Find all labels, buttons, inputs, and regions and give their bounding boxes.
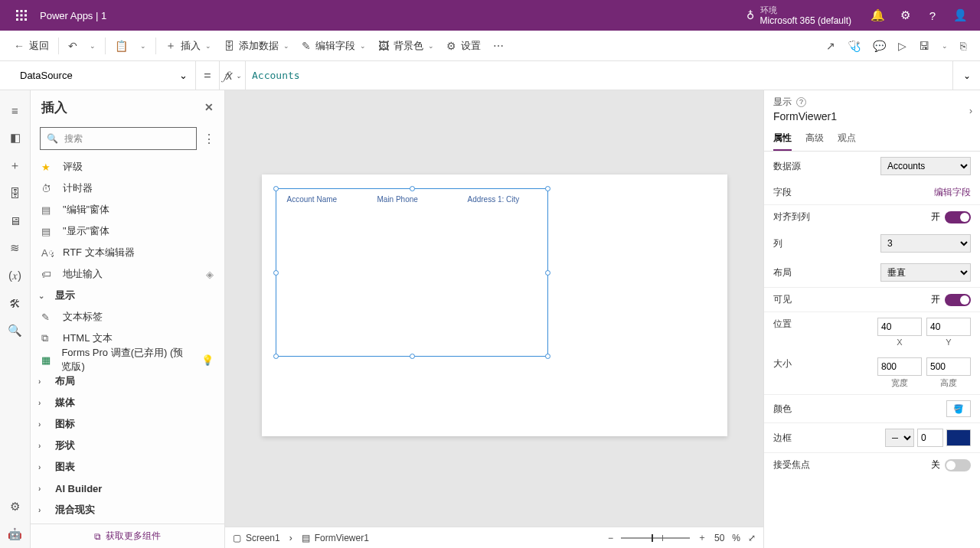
insert-group-media[interactable]: ›媒体 — [31, 392, 224, 413]
form-viewer-control[interactable]: Account Name Main Phone Address 1: City — [276, 188, 548, 357]
breadcrumb-control[interactable]: ▤FormViewer1 — [302, 533, 369, 543]
zoom-out-icon[interactable]: − — [608, 533, 613, 543]
insert-item-displayform[interactable]: ▤"显示"窗体 — [31, 220, 224, 242]
paste-button[interactable]: 📋 — [109, 31, 134, 60]
resize-handle[interactable] — [273, 186, 279, 191]
rail-tools-icon[interactable]: 🛠 — [0, 289, 31, 317]
edit-fields-button[interactable]: ✎编辑字段⌄ — [296, 31, 372, 60]
color-picker[interactable]: 🪣 — [946, 400, 971, 417]
share-button[interactable]: ↗ — [820, 31, 841, 60]
save-button[interactable]: 🖫 — [913, 31, 936, 60]
zoom-in-icon[interactable]: ＋ — [697, 531, 707, 544]
checker-button[interactable]: 🩺 — [841, 31, 867, 60]
resize-handle[interactable] — [273, 270, 279, 276]
add-data-button[interactable]: 🗄添加数据⌄ — [217, 31, 296, 60]
insert-button[interactable]: ＋插入⌄ — [159, 31, 217, 60]
formula-input[interactable]: Accounts — [245, 61, 952, 90]
publish-button[interactable]: ⎘ — [954, 31, 972, 60]
prop-cols-select[interactable]: 3 — [880, 234, 971, 253]
insert-item-address[interactable]: 🏷地址输入◈ — [31, 263, 224, 285]
focus-toggle[interactable] — [945, 459, 971, 471]
insert-group-icons[interactable]: ›图标 — [31, 413, 224, 435]
expand-formula-icon[interactable]: ⌄ — [952, 61, 980, 90]
insert-item-timer[interactable]: ⏱计时器 — [31, 178, 224, 199]
insert-item-formspro[interactable]: ▦Forms Pro 调查(已弃用) (预览版)💡 — [31, 349, 224, 370]
tab-advanced[interactable]: 高级 — [805, 127, 824, 151]
edit-fields-link[interactable]: 编辑字段 — [934, 186, 971, 199]
insert-search-input[interactable]: 🔍 搜索 — [40, 127, 197, 150]
info-icon[interactable]: ? — [796, 97, 806, 107]
account-icon[interactable]: 👤 — [946, 0, 974, 31]
insert-item-editform[interactable]: ▤"编辑"窗体 — [31, 199, 224, 220]
preview-button[interactable]: ▷ — [892, 31, 913, 60]
insert-group-display[interactable]: ⌄显示 — [31, 285, 224, 306]
tab-properties[interactable]: 属性 — [773, 127, 792, 151]
undo-button[interactable]: ↶ — [62, 31, 83, 60]
insert-group-charts[interactable]: ›图表 — [31, 456, 224, 478]
insert-group-aibuilder[interactable]: ›AI Builder — [31, 478, 224, 499]
plus-icon: ＋ — [165, 39, 176, 53]
breadcrumb-screen[interactable]: ▢Screen1 — [233, 533, 280, 543]
resize-handle[interactable] — [273, 354, 279, 359]
close-icon[interactable]: ✕ — [204, 101, 214, 113]
insert-item-label[interactable]: ✎文本标签 — [31, 306, 224, 328]
prop-layout-select[interactable]: 垂直 — [880, 263, 971, 282]
back-button[interactable]: ←返回 — [8, 31, 55, 60]
resize-handle[interactable] — [410, 186, 415, 191]
rail-insert-icon[interactable]: ＋ — [0, 152, 31, 179]
prop-datasource-select[interactable]: Accounts — [880, 157, 971, 175]
more-options-icon[interactable]: ⋮ — [203, 132, 215, 146]
rail-layers-icon[interactable]: ◧ — [0, 124, 31, 152]
paste-menu[interactable]: ⌄ — [134, 31, 152, 60]
resize-handle[interactable] — [545, 186, 550, 191]
height-input[interactable] — [926, 357, 971, 376]
rail-virtual-agent-icon[interactable]: 🤖 — [0, 520, 31, 548]
insert-group-shapes[interactable]: ›形状 — [31, 435, 224, 456]
timer-icon: ⏱ — [41, 183, 54, 194]
insert-group-layout[interactable]: ›布局 — [31, 370, 224, 392]
rail-data-icon[interactable]: 🗄 — [0, 179, 31, 207]
notifications-icon[interactable]: 🔔 — [864, 0, 891, 31]
resize-handle[interactable] — [545, 354, 550, 359]
insert-item-rtf[interactable]: AೖRTF 文本编辑器 — [31, 242, 224, 263]
screen-canvas[interactable]: Account Name Main Phone Address 1: City — [262, 175, 727, 436]
rail-variables-icon[interactable]: (𝑥) — [0, 262, 31, 289]
rail-settings-icon[interactable]: ⚙ — [0, 493, 31, 520]
save-menu[interactable]: ⌄ — [936, 31, 954, 60]
pos-y-input[interactable] — [926, 318, 971, 336]
settings-button[interactable]: ⚙设置 — [440, 31, 487, 60]
get-more-components-link[interactable]: ⧉ 获取更多组件 — [31, 524, 224, 548]
environment-picker[interactable]: ♁ 环境 Microsoft 365 (default) — [746, 5, 851, 26]
insert-group-mixedreality[interactable]: ›混合现实 — [31, 499, 224, 520]
collapse-icon[interactable]: › — [969, 106, 972, 116]
visible-toggle[interactable] — [945, 294, 971, 306]
canvas-area[interactable]: Account Name Main Phone Address 1: City … — [225, 90, 763, 548]
tab-ideas[interactable]: 观点 — [838, 127, 856, 151]
property-selector[interactable]: DataSource ⌄ — [12, 61, 196, 90]
fx-icon[interactable]: 𝑓x⌄ — [219, 61, 245, 90]
resize-handle[interactable] — [410, 354, 415, 359]
rail-tree-icon[interactable]: ≡ — [0, 96, 31, 124]
forms-icon: ▦ — [41, 354, 52, 366]
rail-search-icon[interactable]: 🔍 — [0, 317, 31, 344]
border-color-picker[interactable] — [946, 429, 971, 446]
more-button[interactable]: ⋯ — [487, 31, 510, 60]
resize-handle[interactable] — [545, 270, 550, 276]
insert-item-rating[interactable]: ★评级 — [31, 156, 224, 178]
width-input[interactable] — [877, 357, 922, 376]
zoom-slider[interactable] — [621, 537, 690, 539]
settings-gear-icon[interactable]: ⚙ — [891, 0, 919, 31]
svg-rect-7 — [21, 18, 23, 21]
pos-x-input[interactable] — [877, 318, 922, 336]
background-button[interactable]: 🖼背景色⌄ — [372, 31, 440, 60]
border-style-select[interactable]: — — [885, 429, 914, 447]
border-width-input[interactable] — [917, 429, 943, 447]
help-icon[interactable]: ? — [919, 0, 946, 31]
rail-media-icon[interactable]: 🖥 — [0, 207, 31, 234]
comments-button[interactable]: 💬 — [867, 31, 892, 60]
waffle-icon[interactable] — [6, 10, 37, 21]
snap-toggle[interactable] — [945, 211, 971, 223]
fit-screen-icon[interactable]: ⤢ — [748, 533, 756, 543]
undo-menu[interactable]: ⌄ — [83, 31, 102, 60]
rail-flows-icon[interactable]: ≋ — [0, 234, 31, 262]
